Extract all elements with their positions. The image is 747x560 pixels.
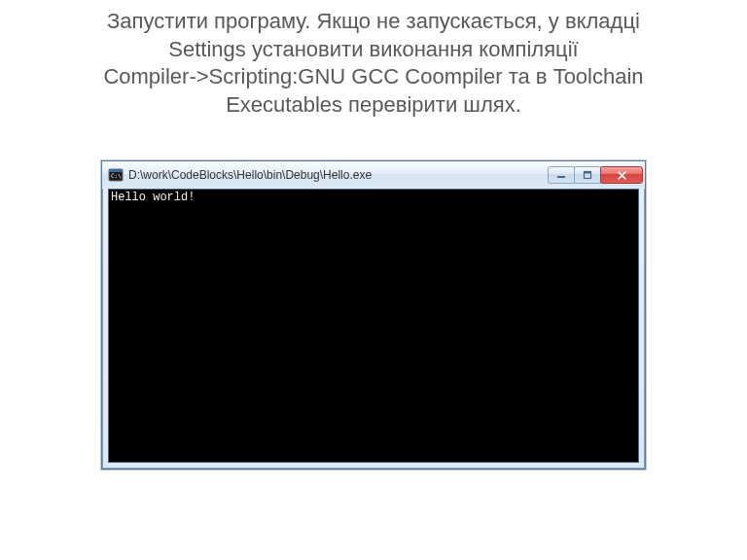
minimize-button[interactable]	[548, 166, 575, 184]
close-button[interactable]	[600, 166, 643, 184]
instruction-line: Compiler->Scripting:GNU GCC Coompiler та…	[103, 64, 643, 88]
window-titlebar[interactable]: C:\ D:\work\CodeBlocks\Hello\bin\Debug\H…	[102, 161, 645, 189]
instruction-line: Executables перевірити шлях.	[226, 92, 521, 117]
svg-rect-5	[585, 172, 591, 174]
instruction-text: Запустити програму. Якщо не запускається…	[0, 0, 747, 119]
instruction-line: Settings установити виконання компіляції	[168, 37, 578, 61]
console-app-icon: C:\	[108, 167, 124, 183]
svg-text:C:\: C:\	[111, 172, 122, 179]
window-controls	[549, 166, 643, 184]
window-title: D:\work\CodeBlocks\Hello\bin\Debug\Hello…	[128, 168, 549, 182]
screenshot-frame: C:\ D:\work\CodeBlocks\Hello\bin\Debug\H…	[100, 159, 647, 471]
svg-rect-3	[557, 176, 565, 178]
console-output-text: Hello world!	[111, 191, 195, 204]
console-output-area[interactable]: Hello world!	[108, 189, 639, 463]
instruction-line: Запустити програму. Якщо не запускається…	[107, 9, 640, 33]
console-window: C:\ D:\work\CodeBlocks\Hello\bin\Debug\H…	[101, 160, 646, 470]
maximize-button[interactable]	[574, 166, 601, 184]
